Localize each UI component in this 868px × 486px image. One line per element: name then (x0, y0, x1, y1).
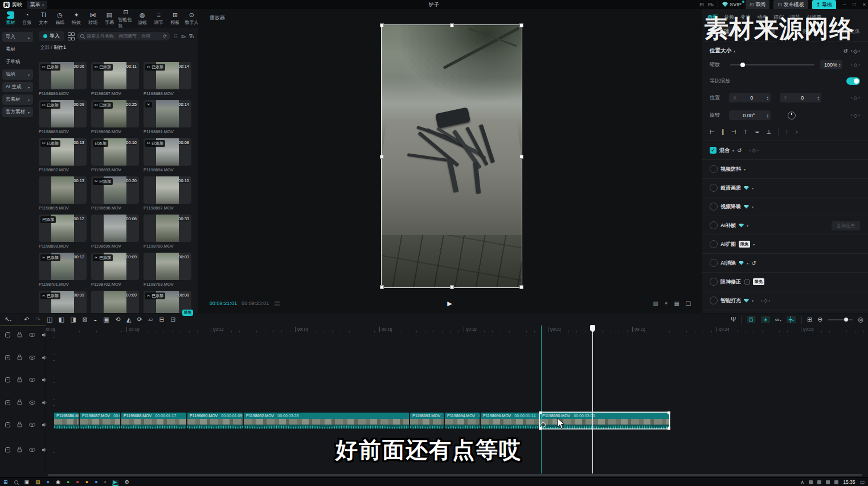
track-mute-icon[interactable] (41, 446, 47, 453)
notification-icon[interactable]: ▭ (859, 480, 865, 485)
track-more-icon[interactable]: -- (53, 374, 56, 385)
close-button[interactable]: × (863, 2, 866, 7)
tray-icon[interactable] (809, 480, 813, 484)
track-more-icon[interactable]: -- (53, 329, 56, 340)
keyframe-diamond-icon[interactable]: ◇ (853, 48, 857, 54)
preview-axis-icon[interactable]: ┿▾ (787, 316, 796, 323)
reverse-icon[interactable]: ⟲ (115, 316, 120, 323)
chevron-down-icon[interactable]: ▾ (744, 167, 746, 171)
tray-expand-icon[interactable]: ∧ (801, 480, 805, 485)
menu-button[interactable]: 菜单▾ (27, 1, 47, 9)
export-button[interactable]: ↥导出 (812, 0, 837, 10)
media-item[interactable]: ✂ 已添加 00:09 P1198704.MOV (39, 291, 87, 313)
position-x-field[interactable]: X0▴▾ (729, 93, 771, 102)
tray-icon[interactable] (834, 480, 838, 484)
align-right-icon[interactable]: ⊣ (731, 129, 736, 135)
media-thumbnail[interactable]: ✂ 已添加 00:25 (91, 100, 139, 127)
task-view-icon[interactable]: ▣ (24, 480, 30, 485)
orange-app-icon[interactable]: ● (85, 480, 88, 485)
track-visibility-icon[interactable] (29, 421, 35, 428)
media-nav-item[interactable]: AI 生成 ▾ (2, 82, 33, 92)
split-right-icon[interactable]: ◨ (70, 316, 76, 323)
ribbon-tab[interactable]: ◍ 滤镜 (134, 11, 150, 26)
stepper-icon[interactable]: ▴▾ (839, 63, 841, 67)
checkbox-icon[interactable] (710, 240, 718, 248)
media-thumbnail[interactable]: ✂ 已添加 00:09 (91, 253, 139, 280)
mirror-icon[interactable]: ◭ (126, 316, 131, 323)
layout-switch-icon[interactable]: ⊟▾ (708, 2, 714, 7)
chevron-down-icon[interactable]: ▾ (747, 224, 748, 228)
track-lock-icon[interactable] (17, 421, 23, 428)
undo-icon[interactable]: ↶ (24, 316, 29, 323)
ribbon-tab[interactable]: ≡ 调节 (151, 11, 166, 26)
media-thumbnail[interactable]: ✂ 已添加 00:20 (91, 176, 139, 204)
track-collapse-icon[interactable] (5, 421, 11, 428)
start-button[interactable]: ⊞ (3, 480, 8, 485)
link-icon[interactable]: ∞▾ (775, 316, 781, 323)
media-thumbnail[interactable]: ✂ 已添加 00:08 (144, 138, 191, 166)
auto-snap-icon[interactable]: ∗ (761, 316, 770, 323)
redo-icon[interactable]: ↷ (35, 316, 40, 323)
tray-icon[interactable] (817, 480, 821, 484)
media-item[interactable]: ✂ 已添加 00:25 P1198690.MOV (91, 100, 139, 138)
ratio-icon[interactable]: ▦ (674, 300, 679, 307)
timeline-horizontal-scrollbar[interactable] (48, 474, 862, 476)
align-center-h-icon[interactable]: ∥ (722, 129, 724, 135)
media-thumbnail[interactable]: ✂ 已添加 00:33 (144, 215, 191, 242)
track-lock-icon[interactable] (17, 446, 23, 453)
track-lock-icon[interactable] (17, 354, 23, 361)
effect-row[interactable]: ✓ AI补帧 i 限免 ▾ 全部应用 ↺ ‹◇› (702, 216, 868, 235)
media-thumbnail[interactable]: ✂ 已添加 00:09 (39, 100, 87, 127)
compact-view-icon[interactable] (68, 32, 73, 40)
rotation-knob[interactable] (788, 112, 796, 120)
ribbon-tab[interactable]: ◷ 贴纸 (52, 11, 68, 26)
track-mute-icon[interactable] (41, 331, 47, 338)
main-track-magnet-icon[interactable]: Ω (747, 316, 755, 323)
keyframe-nav[interactable]: ‹◇› (851, 113, 860, 118)
media-item[interactable]: ✂ 已添加 00:09 P1198689.MOV (39, 100, 87, 138)
effect-row[interactable]: ✓ AI扩图 i 限免 ▾ 全部应用 ↺ ‹◇› (702, 235, 868, 254)
media-nav-item[interactable]: 我的 ▾ (2, 69, 33, 80)
track-more-icon[interactable]: -- (53, 397, 56, 408)
preview-zoom-icon[interactable]: ⌖ (665, 300, 668, 307)
ribbon-tab[interactable]: ⋈ 转场 (85, 11, 100, 26)
sort-icon[interactable]: ≡▾ (181, 34, 186, 39)
effect-row[interactable]: ✓ 超清画质 i 限免 ▾ 全部应用 ↺ ‹◇› (702, 179, 868, 197)
timeline-zoom-knob[interactable] (844, 318, 848, 322)
ribbon-tab[interactable]: ✦ 特效 (69, 11, 84, 26)
fullscreen-icon[interactable]: ❏ (686, 300, 691, 307)
split-icon[interactable]: ◫ (47, 316, 52, 323)
timeline-clip[interactable]: P1198696.MOV00:00:01:14 (481, 413, 539, 429)
stepper-icon[interactable]: ▴▾ (767, 113, 768, 118)
media-item[interactable]: ✂ 已添加 00:10 P1198697.MOV (144, 176, 191, 215)
ribbon-tab[interactable]: TI 文本 (36, 11, 51, 26)
settings-gear-icon[interactable]: ⚙ (125, 480, 129, 485)
reset-icon[interactable]: ↺ (737, 147, 742, 154)
align-left-icon[interactable]: ⊢ (710, 129, 715, 135)
track-visibility-icon[interactable] (29, 331, 35, 338)
ribbon-tab[interactable]: ⊞ 模板 (167, 11, 183, 26)
info-icon[interactable]: i (744, 279, 750, 285)
scale-slider[interactable] (730, 64, 814, 65)
global-preview-icon[interactable]: ⊞ (807, 316, 812, 323)
record-mic-icon[interactable]: Ψ (731, 316, 736, 323)
media-thumbnail[interactable]: ✂ 已添加 00:06 (91, 215, 139, 242)
telegram-icon[interactable]: ● (95, 480, 97, 485)
effect-row[interactable]: ✓ 混合 i 限免 ▾ 全部应用 ↺ ‹◇› (702, 141, 868, 160)
red-app-icon[interactable]: ● (76, 480, 79, 485)
minimize-button[interactable]: – (843, 2, 846, 7)
track-mute-icon[interactable] (41, 399, 47, 406)
media-item[interactable]: ✂ 已添加 00:33 P1198700.MOV (144, 215, 191, 253)
media-nav-item[interactable]: 云素材 ▾ (2, 94, 33, 105)
track-mute-icon[interactable] (41, 421, 47, 428)
chevron-down-icon[interactable]: ▾ (753, 242, 755, 246)
keyframe-nav[interactable]: ‹◇› (851, 95, 860, 101)
keyframe-nav[interactable]: ‹◇› (761, 298, 770, 303)
effect-row[interactable]: ✓ 智能萌娃 i 限免 ▾ 全部应用 ↺ ‹◇› (702, 310, 868, 313)
mask-icon[interactable]: ◒ (93, 316, 97, 323)
review-button[interactable]: ⊡审阅 (746, 0, 770, 10)
track-lock-icon[interactable] (17, 376, 23, 383)
media-item[interactable]: ✂ 已添加 00:13 P1198695.MOV (39, 176, 87, 215)
wechat-icon[interactable]: ● (67, 480, 69, 485)
keyframe-nav[interactable]: ‹◇› (851, 48, 860, 54)
